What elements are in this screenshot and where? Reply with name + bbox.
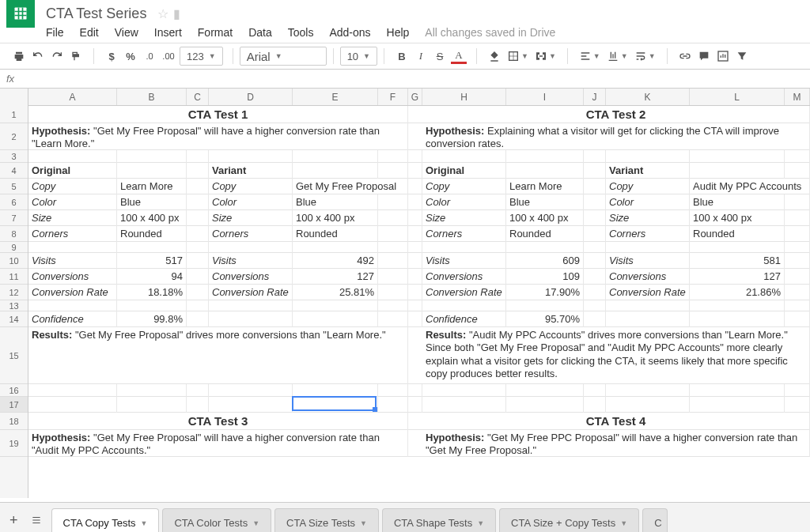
cell-I12[interactable]: 17.90%	[506, 285, 584, 300]
cell-H15[interactable]: Results: "Audit My PPC Accounts" drives …	[422, 327, 810, 384]
cell-H18[interactable]: CTA Test 4	[422, 413, 810, 430]
row-header-9[interactable]: 9	[0, 242, 28, 253]
cell-D12[interactable]: Conversion Rate	[209, 285, 293, 300]
cell-K8[interactable]: Corners	[606, 226, 690, 242]
cell-E12[interactable]: 25.81%	[293, 285, 378, 300]
cell-F4[interactable]	[378, 163, 408, 179]
cell-E16[interactable]	[293, 384, 378, 397]
row-header-6[interactable]: 6	[0, 194, 28, 210]
cell-A11[interactable]: Conversions	[28, 269, 117, 285]
cell-A13[interactable]	[28, 300, 117, 311]
borders-icon[interactable]: ▼	[505, 47, 530, 66]
cell-L10[interactable]: 581	[690, 253, 785, 269]
increase-decimal[interactable]: .00	[161, 47, 176, 66]
cell-D6[interactable]: Color	[209, 194, 293, 210]
cell-B5[interactable]: Learn More	[117, 179, 187, 194]
col-header-D[interactable]: D	[209, 89, 293, 105]
cell-A6[interactable]: Color	[28, 194, 117, 210]
cell-H5[interactable]: Copy	[422, 179, 506, 194]
cell-J11[interactable]	[584, 269, 606, 285]
cell-A18[interactable]: CTA Test 3	[28, 413, 408, 430]
cell-E7[interactable]: 100 x 400 px	[293, 210, 378, 226]
cell-G7[interactable]	[408, 210, 422, 226]
cell-H1[interactable]: CTA Test 2	[422, 106, 810, 123]
cell-I9[interactable]	[506, 242, 584, 253]
doc-title[interactable]: CTA Test Series	[46, 6, 146, 22]
row-header-18[interactable]: 18	[0, 413, 28, 430]
select-all-corner[interactable]	[0, 89, 28, 106]
cell-K12[interactable]: Conversion Rate	[606, 285, 690, 300]
cell-M9[interactable]	[785, 242, 810, 253]
sheet-tab-size[interactable]: CTA Size Tests▼	[274, 508, 379, 532]
cell-D17[interactable]	[209, 397, 293, 413]
cell-A17[interactable]	[28, 397, 117, 413]
menu-format[interactable]: Format	[198, 26, 233, 39]
cell-M11[interactable]	[785, 269, 810, 285]
cell-D3[interactable]	[209, 150, 293, 163]
cell-J8[interactable]	[584, 226, 606, 242]
cell-I11[interactable]: 109	[506, 269, 584, 285]
cell-J13[interactable]	[584, 300, 606, 311]
menu-help[interactable]: Help	[387, 26, 410, 39]
cell-D8[interactable]: Corners	[209, 226, 293, 242]
cell-E6[interactable]: Blue	[293, 194, 378, 210]
more-formats[interactable]: 123▼	[180, 47, 223, 66]
cell-J5[interactable]	[584, 179, 606, 194]
cell-F6[interactable]	[378, 194, 408, 210]
row-header-8[interactable]: 8	[0, 226, 28, 242]
cell-A16[interactable]	[28, 384, 117, 397]
cell-H13[interactable]	[422, 300, 506, 311]
row-header-1[interactable]: 1	[0, 106, 28, 123]
col-header-B[interactable]: B	[117, 89, 187, 105]
sheet-tab-overflow[interactable]: C	[642, 508, 667, 532]
cell-D10[interactable]: Visits	[209, 253, 293, 269]
cell-F8[interactable]	[378, 226, 408, 242]
cell-G19[interactable]	[408, 430, 422, 457]
wrap-text-icon[interactable]: ▼	[633, 47, 657, 66]
paint-format-icon[interactable]	[68, 47, 84, 66]
italic-button[interactable]: I	[413, 47, 429, 66]
cell-D7[interactable]: Size	[209, 210, 293, 226]
cell-G1[interactable]	[408, 106, 422, 123]
cell-C5[interactable]	[187, 179, 209, 194]
cell-J12[interactable]	[584, 285, 606, 300]
col-header-C[interactable]: C	[187, 89, 209, 105]
col-header-A[interactable]: A	[28, 89, 117, 105]
cell-A1[interactable]: CTA Test 1	[28, 106, 408, 123]
cell-M14[interactable]	[785, 311, 810, 327]
row-header-10[interactable]: 10	[0, 253, 28, 269]
cell-G10[interactable]	[408, 253, 422, 269]
text-color-button[interactable]: A	[451, 48, 467, 64]
strike-button[interactable]: S	[432, 47, 448, 66]
col-header-H[interactable]: H	[422, 89, 506, 105]
cell-M13[interactable]	[785, 300, 810, 311]
cell-F13[interactable]	[378, 300, 408, 311]
cell-L17[interactable]	[690, 397, 785, 413]
cell-H7[interactable]: Size	[422, 210, 506, 226]
filter-icon[interactable]	[734, 47, 750, 66]
cell-L14[interactable]	[690, 311, 785, 327]
cell-G2[interactable]	[408, 123, 422, 150]
cell-L11[interactable]: 127	[690, 269, 785, 285]
cell-A15[interactable]: Results: "Get My Free Proposal" drives m…	[28, 327, 408, 384]
add-sheet-button[interactable]: +	[6, 508, 21, 532]
cell-J9[interactable]	[584, 242, 606, 253]
cell-D9[interactable]	[209, 242, 293, 253]
cell-A2[interactable]: Hypothesis: "Get My Free Proposal" will …	[28, 123, 408, 150]
menu-addons[interactable]: Add-ons	[329, 26, 370, 39]
row-header-3[interactable]: 3	[0, 150, 28, 163]
cell-H9[interactable]	[422, 242, 506, 253]
insert-comment-icon[interactable]	[696, 47, 712, 66]
cell-F7[interactable]	[378, 210, 408, 226]
cell-J17[interactable]	[584, 397, 606, 413]
row-header-12[interactable]: 12	[0, 285, 28, 300]
row-header-14[interactable]: 14	[0, 311, 28, 327]
row-header-17[interactable]: 17	[0, 397, 28, 413]
cell-I7[interactable]: 100 x 400 px	[506, 210, 584, 226]
cell-J6[interactable]	[584, 194, 606, 210]
cell-C10[interactable]	[187, 253, 209, 269]
cell-J3[interactable]	[584, 150, 606, 163]
cell-C17[interactable]	[187, 397, 209, 413]
menu-data[interactable]: Data	[248, 26, 272, 39]
sheet-tab-shape[interactable]: CTA Shape Tests▼	[382, 508, 496, 532]
